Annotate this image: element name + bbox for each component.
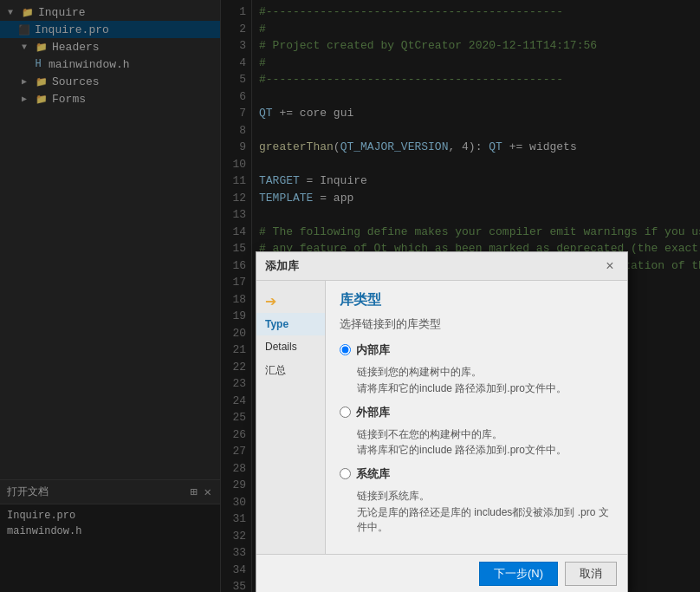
dialog-overlay: 添加库 × ➔ Type Details 汇总 库类型 选择链接到的库类型 bbox=[0, 0, 700, 592]
dialog-title: 添加库 bbox=[265, 258, 299, 274]
dialog-nav-type[interactable]: Type bbox=[256, 313, 325, 335]
radio-system-desc2: 无论是库的路径还是库的 includes都没被添加到 .pro 文件中。 bbox=[357, 505, 613, 535]
radio-system-desc1: 链接到系统库。 bbox=[357, 489, 613, 504]
dialog-body: ➔ Type Details 汇总 库类型 选择链接到的库类型 内部库 链接到您… bbox=[256, 281, 627, 554]
dialog-section-title: 库类型 bbox=[340, 291, 613, 309]
radio-external-desc1: 链接到不在您的构建树中的库。 bbox=[357, 427, 613, 442]
radio-internal-desc1: 链接到您的构建树中的库。 bbox=[357, 365, 613, 380]
dialog-nav: ➔ Type Details 汇总 bbox=[256, 281, 326, 554]
add-library-dialog: 添加库 × ➔ Type Details 汇总 库类型 选择链接到的库类型 bbox=[256, 251, 628, 592]
next-button[interactable]: 下一步(N) bbox=[479, 562, 558, 586]
nav-arrow-icon: ➔ bbox=[265, 294, 276, 309]
radio-item-internal: 内部库 bbox=[340, 342, 613, 358]
dialog-titlebar: 添加库 × bbox=[256, 252, 627, 281]
radio-external-desc2: 请将库和它的include 路径添加到.pro文件中。 bbox=[357, 443, 613, 458]
radio-internal-label: 内部库 bbox=[356, 342, 390, 358]
cancel-button[interactable]: 取消 bbox=[565, 562, 617, 586]
dialog-nav-summary[interactable]: 汇总 bbox=[256, 358, 325, 383]
dialog-nav-details[interactable]: Details bbox=[256, 335, 325, 358]
radio-item-system: 系统库 bbox=[340, 466, 613, 482]
radio-internal-desc2: 请将库和它的include 路径添加到.pro文件中。 bbox=[357, 381, 613, 396]
dialog-main-content: 库类型 选择链接到的库类型 内部库 链接到您的构建树中的库。 请将库和它的inc… bbox=[326, 281, 627, 554]
radio-system[interactable] bbox=[340, 468, 351, 479]
dialog-close-button[interactable]: × bbox=[601, 257, 619, 275]
radio-group-external: 外部库 链接到不在您的构建树中的库。 请将库和它的include 路径添加到.p… bbox=[340, 405, 613, 459]
radio-group-internal: 内部库 链接到您的构建树中的库。 请将库和它的include 路径添加到.pro… bbox=[340, 342, 613, 396]
radio-external[interactable] bbox=[340, 407, 351, 418]
radio-external-label: 外部库 bbox=[356, 405, 390, 420]
radio-internal[interactable] bbox=[340, 344, 351, 355]
dialog-footer: 下一步(N) 取消 bbox=[256, 554, 627, 592]
radio-group-system: 系统库 链接到系统库。 无论是库的路径还是库的 includes都没被添加到 .… bbox=[340, 466, 613, 534]
radio-system-label: 系统库 bbox=[356, 466, 390, 482]
radio-item-external: 外部库 bbox=[340, 405, 613, 420]
dialog-subtitle: 选择链接到的库类型 bbox=[340, 316, 613, 332]
